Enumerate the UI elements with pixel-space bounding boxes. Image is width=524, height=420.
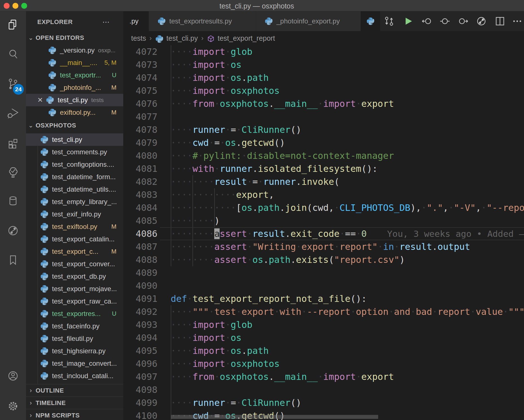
code-line[interactable]: 4087 ········assert·"Writing·export·repo… [123,240,524,253]
breadcrumb-folder[interactable]: tests [131,34,146,42]
file-item[interactable]: test_empty_library_... [26,196,123,208]
database-icon[interactable] [0,189,26,214]
open-editor-item[interactable]: test_exportr... U [26,69,123,81]
breadcrumb-symbol[interactable]: test_export_report [218,34,275,42]
file-item[interactable]: test_exif_info.py [26,208,123,220]
file-item[interactable]: test_export_db.py [26,270,123,283]
close-editor-icon[interactable]: ✕ [37,96,46,104]
code-line-text: ····import·os [171,58,241,71]
breadcrumb-file[interactable]: test_cli.py [166,34,198,42]
code-line[interactable]: 4085 ········) [123,214,524,227]
settings-gear-icon[interactable] [0,394,26,419]
open-editor-item[interactable]: __main__.... 5, M [26,57,123,69]
code-line[interactable]: 4073 ····import·os [123,58,524,71]
bookmarks-icon[interactable] [0,248,26,272]
code-line[interactable]: 4081 ····with·runner.isolated_filesystem… [123,162,524,175]
folder-section-header[interactable]: ⌄ OSXPHOTOS [26,119,123,132]
code-line[interactable]: 4079 ····cwd·=·os.getcwd() [123,136,524,149]
source-control-icon[interactable]: 24 [0,72,26,96]
open-editor-item[interactable]: _photoinfo_... M [26,81,123,94]
code-line[interactable]: 4076 ····from·osxphotos.__main__·import·… [123,97,524,110]
gitlens-icon[interactable] [0,218,26,243]
file-item[interactable]: test_exportres... U [26,308,123,320]
code-line[interactable]: 4082 ········result·=·runner.invoke( [123,175,524,188]
code-line-text: ····from·osxphotos.__main__·import·expor… [171,370,394,383]
line-number: 4075 [123,84,157,97]
code-line[interactable]: 4078 ····runner·=·CliRunner() [123,123,524,136]
file-item[interactable]: test_configoptions.... [26,158,123,171]
next-change-icon[interactable] [457,15,470,27]
file-label: test_empty_library_... [52,198,117,206]
tab-test-exportresults[interactable]: test_exportresults.py [149,11,256,31]
outline-section-header[interactable]: ›OUTLINE [26,384,123,397]
code-line[interactable]: 4095 ····import·os.path [123,344,524,357]
sidebar-header: EXPLORER ⋯ [26,16,123,28]
file-item[interactable]: test_cli.py [26,133,123,146]
file-item[interactable]: test_export_c... M [26,245,123,258]
close-window-button[interactable] [4,3,10,9]
code-line[interactable]: 4098 [123,383,524,396]
gitlens-graph-icon[interactable] [475,15,488,27]
sidebar-title: EXPLORER [37,18,73,26]
horizontal-scrollbar[interactable] [171,415,378,419]
file-item[interactable]: test_faceinfo.py [26,320,123,332]
file-item[interactable]: test_image_convert... [26,357,123,370]
run-debug-icon[interactable] [0,101,26,125]
minimize-window-button[interactable] [12,3,18,9]
explorer-icon[interactable] [0,12,26,37]
extensions-icon[interactable] [0,130,26,155]
code-line[interactable]: 4072 ····import·glob [123,45,524,58]
file-item[interactable]: test_incloud_catali... [26,370,123,382]
code-line[interactable]: 4086 ········assert·result.exit_code·==·… [123,227,524,240]
code-line[interactable]: 4096 ····import·osxphotos [123,357,524,370]
code-line[interactable]: 4099 ····runner·=·CliRunner() [123,396,524,409]
open-editor-item[interactable]: exiftool.py... M [26,106,123,119]
file-item[interactable]: test_fileutil.py [26,332,123,345]
python-interpreter-button[interactable] [361,11,380,31]
account-icon[interactable] [0,363,26,388]
code-line[interactable]: 4093 ····import·glob [123,318,524,331]
open-editors-section-header[interactable]: ⌄ OPEN EDITORS [26,32,123,44]
code-line[interactable]: 4088 ········assert·os.path.exists("repo… [123,253,524,266]
code-line[interactable]: 4077 [123,110,524,123]
tab-photoinfo-export[interactable]: _photoinfo_export.py [256,11,363,31]
explorer-more-actions-icon[interactable]: ⋯ [102,18,110,27]
code-line[interactable]: 4074 ····import·os.path [123,71,524,84]
code-editor[interactable]: 4072 ····import·glob 4073 ····import·os … [123,45,524,420]
timeline-section-header[interactable]: ›TIMELINE [26,397,123,409]
npm-scripts-section-header[interactable]: ›NPM SCRIPTS [26,409,123,420]
code-line[interactable]: 4084 ············[os.path.join(cwd,·CLI_… [123,201,524,214]
run-python-file-icon[interactable] [402,15,414,27]
code-line[interactable]: 4092 ····"""·test·export·with·--report·o… [123,305,524,318]
split-editor-icon[interactable] [494,15,506,27]
search-icon[interactable] [0,42,26,67]
tab-test-cli-partial[interactable]: .py [123,11,149,31]
python-file-icon [40,347,49,355]
open-editor-item[interactable]: _version.py osxp... [26,44,123,57]
file-item[interactable]: test_datetime_utils.... [26,183,123,196]
maximize-window-button[interactable] [21,3,27,9]
code-line[interactable]: 4080 ····#·pylint:·disable=not-context-m… [123,149,524,162]
code-line[interactable]: 4083 ············export, [123,188,524,201]
current-change-icon[interactable] [439,15,451,27]
code-line[interactable]: 4090 [123,279,524,292]
code-line[interactable]: 4089 [123,266,524,279]
code-line[interactable]: 4075 ····import·osxphotos [123,84,524,97]
code-line[interactable]: 4091 def·test_export_report_not_a_file()… [123,292,524,305]
file-item[interactable]: test_export_catalin... [26,233,123,245]
file-item[interactable]: test_highsierra.py [26,345,123,357]
python-file-icon [155,35,164,43]
previous-change-icon[interactable] [420,15,433,27]
file-item[interactable]: test_export_conver... [26,258,123,270]
file-item[interactable]: test_datetime_form... [26,171,123,183]
open-changes-icon[interactable] [383,15,395,27]
code-line[interactable]: 4094 ····import·os [123,331,524,344]
file-item[interactable]: test_exiftool.py M [26,220,123,233]
open-editor-item[interactable]: ✕ test_cli.py tests [26,94,123,106]
file-item[interactable]: test_comments.py [26,146,123,158]
testing-icon[interactable] [0,159,26,184]
file-item[interactable]: test_export_mojave... [26,283,123,295]
file-item[interactable]: test_export_raw_ca... [26,295,123,308]
code-line[interactable]: 4097 ····from·osxphotos.__main__·import·… [123,370,524,383]
more-actions-icon[interactable] [511,15,523,27]
